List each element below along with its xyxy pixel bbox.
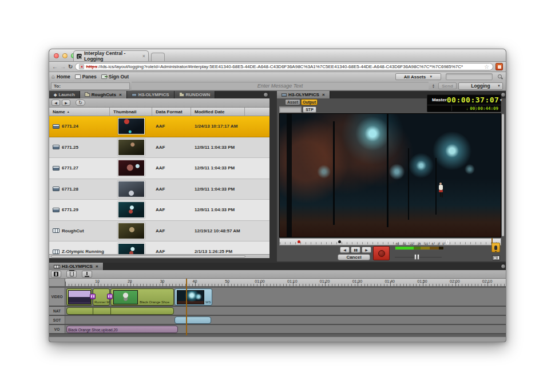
forward-icon[interactable]: → xyxy=(60,64,66,70)
track-nat-header[interactable]: NAT xyxy=(49,307,65,315)
pane-menu-icon[interactable] xyxy=(501,264,506,269)
monitor-mode-icon[interactable] xyxy=(492,255,500,260)
extension-icon[interactable] xyxy=(495,63,503,70)
add-marker-button[interactable] xyxy=(51,271,61,278)
tab-h3-olympics-timeline[interactable]: H3-OLYMPICS × xyxy=(49,263,104,270)
track-vo-header[interactable]: VO xyxy=(49,325,65,333)
table-row[interactable]: 6771.25AAF12/9/11 1:04:33 PM xyxy=(49,137,269,159)
column-modified-date[interactable]: Modified Date xyxy=(191,108,245,116)
asset-type-dropdown[interactable]: All Assets▼ xyxy=(395,73,441,80)
sign-out-button[interactable]: Sign Out xyxy=(101,74,129,80)
asset-modified: 12/9/11 1:04:33 PM xyxy=(191,137,245,158)
tab-launch[interactable]: ◆Launch xyxy=(49,91,80,98)
panes-button[interactable]: Panes xyxy=(75,74,97,80)
column-thumbnail[interactable]: Thumbnail xyxy=(110,108,152,116)
position-bar[interactable] xyxy=(279,238,501,246)
clip-marker-icon[interactable] xyxy=(90,294,96,299)
tab-h3-olympics[interactable]: H3-OLYMPICS xyxy=(127,91,175,98)
url-field[interactable]: ✕ https://ids-ics/layout/logging?roleId=… xyxy=(75,63,493,70)
tab-close-icon[interactable]: × xyxy=(322,92,325,97)
tab-rundown[interactable]: RUNDOWN xyxy=(175,91,216,98)
player-scrollbar[interactable] xyxy=(502,114,504,236)
timeline-clip[interactable]: Black Orange Shoe,upload,20 xyxy=(66,326,178,333)
tab-close-icon[interactable]: × xyxy=(142,53,145,59)
asset-name: 6771.25 xyxy=(62,145,78,150)
asset-extra xyxy=(245,221,269,241)
track-sot-header[interactable]: SOT xyxy=(49,316,65,324)
bookmark-star-icon[interactable]: ☆ xyxy=(484,64,489,70)
sequence-icon xyxy=(54,265,60,268)
pane-menu-icon[interactable] xyxy=(501,92,506,97)
table-row[interactable]: 6771.27AAF12/9/11 1:04:33 PM xyxy=(49,158,269,179)
browser-tab[interactable]: Interplay Central - Logging × xyxy=(73,50,149,61)
table-row[interactable]: Z-Olympic RunningAAF2/1/13 1:26:25 PM xyxy=(49,241,269,254)
asset-extra xyxy=(245,241,269,254)
tab-close-icon[interactable]: × xyxy=(119,92,122,97)
window-close-button[interactable] xyxy=(54,53,59,58)
column-name[interactable]: Name▲ xyxy=(49,108,110,116)
send-to-playback-button[interactable] xyxy=(82,271,92,278)
table-row[interactable]: 6771.29AAF12/9/11 1:04:33 PM xyxy=(49,200,269,221)
stp-button[interactable]: STP xyxy=(303,106,316,113)
track-video-header[interactable]: VIDEO xyxy=(49,288,65,306)
search-icon[interactable] xyxy=(497,74,504,80)
message-to-field[interactable]: To: xyxy=(51,82,130,90)
refresh-button[interactable]: ↻ xyxy=(76,100,85,106)
tab-h3-olympics-player[interactable]: H3-OLYMPICS × xyxy=(277,91,330,98)
step-back-button[interactable]: ◀ xyxy=(340,247,350,253)
message-stepper[interactable]: ▲▼ xyxy=(430,84,437,88)
ruler-label: 01:40 xyxy=(381,279,398,283)
meter-scale-label: -22 xyxy=(409,242,413,246)
tab-roughcuts[interactable]: RoughCuts× xyxy=(80,91,127,98)
volume-slider[interactable] xyxy=(395,254,442,260)
search-input[interactable] xyxy=(446,73,493,80)
nav-forward-button[interactable]: ▶ xyxy=(62,100,70,106)
asset-mode-button[interactable]: Asset xyxy=(285,99,300,105)
voiceover-button[interactable] xyxy=(491,243,500,252)
record-button[interactable] xyxy=(373,246,390,260)
meter-scale-label: 0 xyxy=(442,242,444,246)
timeline-clip[interactable] xyxy=(175,316,211,324)
pane-menu-icon[interactable] xyxy=(263,92,268,97)
table-row[interactable]: RoughCutAAF12/19/12 10:48:57 AM xyxy=(49,221,269,242)
timeline-clip[interactable]: WS xyxy=(175,288,212,306)
new-tab-button[interactable] xyxy=(151,53,165,61)
masterclip-icon xyxy=(53,124,60,129)
video-viewport[interactable] xyxy=(279,113,501,237)
timeline-playhead[interactable] xyxy=(186,279,187,335)
chevron-down-icon[interactable]: ▼ xyxy=(499,98,505,102)
horizontal-scrollbar[interactable] xyxy=(49,254,269,258)
bad-cert-icon[interactable]: ✕ xyxy=(79,64,84,69)
scrub-marker-red[interactable] xyxy=(298,240,300,243)
layout-dropdown[interactable]: Logging▼ xyxy=(458,82,503,90)
timeline-clip[interactable]: Black Orange Shoe xyxy=(110,288,174,306)
scrollbar-thumb[interactable] xyxy=(51,255,245,258)
url-scheme: https xyxy=(86,64,97,69)
send-button[interactable]: Send xyxy=(438,82,457,89)
timeline-ruler[interactable]: 102030405001:0001:1001:2001:3001:4001:50… xyxy=(65,279,506,287)
table-row[interactable]: 6771.24AAF1/24/13 10:17:17 AM xyxy=(49,116,269,137)
pause-button[interactable]: ▮▮ xyxy=(351,247,360,253)
asset-format: AAF xyxy=(152,241,191,254)
delete-button[interactable] xyxy=(66,271,77,278)
column-data-format[interactable]: Data Format xyxy=(152,108,191,116)
slider-handle[interactable] xyxy=(414,254,420,260)
window-minimize-button[interactable] xyxy=(62,53,68,58)
back-icon[interactable]: ← xyxy=(52,64,58,70)
timeline-clip[interactable] xyxy=(66,288,92,306)
player-panel: H3-OLYMPICS × Asset Output STP Master 00… xyxy=(277,91,506,262)
timeline-clip[interactable] xyxy=(66,307,174,315)
reload-icon[interactable]: ↻ xyxy=(68,64,73,70)
home-button[interactable]: ⌂Home xyxy=(51,74,70,80)
message-input[interactable]: Enter Message Text xyxy=(132,82,429,90)
track-sot: SOT xyxy=(49,316,506,325)
tab-close-icon[interactable]: × xyxy=(96,264,98,269)
table-row[interactable]: 6771.28AAF12/9/11 1:04:33 PM xyxy=(49,179,269,200)
output-mode-button[interactable]: Output xyxy=(301,99,318,105)
scrub-marker-white[interactable] xyxy=(446,240,449,244)
timeline-bottom-strip xyxy=(49,336,506,342)
nav-back-button[interactable]: ◀ xyxy=(51,100,60,106)
clip-marker-icon[interactable] xyxy=(107,294,113,299)
cancel-button[interactable]: Cancel xyxy=(338,254,370,260)
step-forward-button[interactable]: ▶ xyxy=(362,247,371,253)
